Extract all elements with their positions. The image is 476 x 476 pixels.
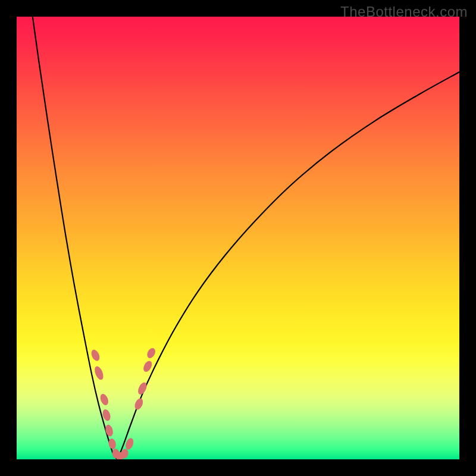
data-marker xyxy=(142,359,154,373)
data-marker xyxy=(90,349,101,362)
watermark-text: TheBottleneck.com xyxy=(340,4,468,20)
marker-group xyxy=(90,347,157,459)
data-marker xyxy=(133,397,145,411)
curves-svg xyxy=(17,17,459,459)
data-marker xyxy=(93,365,105,381)
chart-frame: TheBottleneck.com xyxy=(0,0,476,476)
data-marker xyxy=(146,347,157,360)
data-marker xyxy=(104,424,114,437)
right-curve xyxy=(118,72,459,459)
left-curve xyxy=(33,17,118,459)
data-marker xyxy=(99,393,110,406)
plot-area xyxy=(17,17,459,459)
